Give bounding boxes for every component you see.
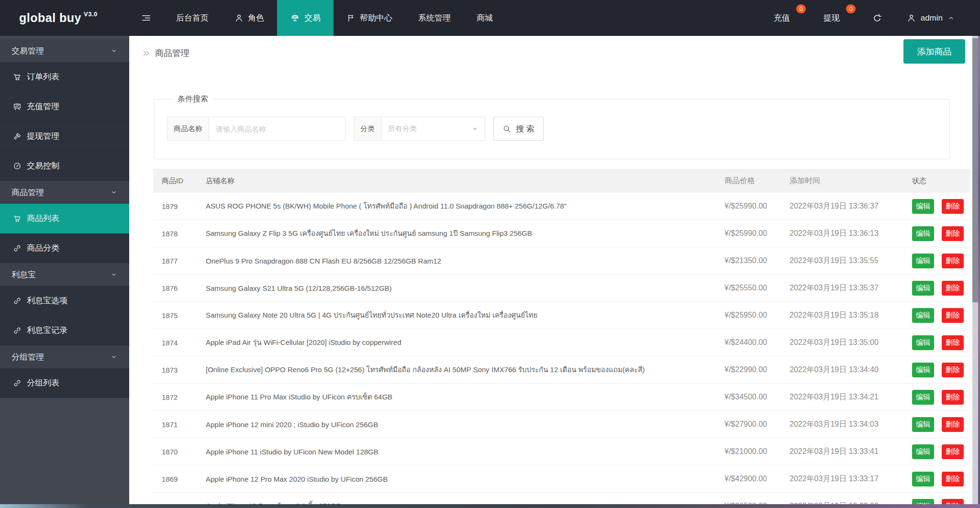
recharge-button[interactable]: 充值 0 [761, 0, 803, 36]
sidebar-menu: 交易管理订单列表充值管理提现管理交易控制商品管理商品列表商品分类利息宝利息宝选项… [0, 36, 129, 398]
delete-button[interactable]: 删除 [942, 363, 964, 377]
nav-item-mall[interactable]: 商城 [464, 0, 506, 36]
sidebar-item-label: 充值管理 [27, 101, 59, 112]
refresh-button[interactable] [860, 0, 894, 36]
chevron-down-icon [110, 188, 118, 196]
menu-icon [141, 12, 152, 23]
sidebar-item[interactable]: 利息宝选项 [0, 286, 129, 316]
product-id-cell: 1869 [153, 475, 206, 483]
delete-button[interactable]: 删除 [942, 417, 964, 432]
delete-button[interactable]: 删除 [942, 444, 964, 459]
sidebar-item[interactable]: 订单列表 [0, 62, 129, 92]
added-time-cell: 2022年03月19日 13:33:41 [790, 447, 904, 457]
add-product-button[interactable]: 添加商品 [903, 39, 965, 64]
product-name-label: 商品名称 [167, 117, 209, 141]
shop-name-cell: Apple iPad Air รุ่น WiFi-Cellular [2020]… [206, 337, 724, 348]
edit-button[interactable]: 编辑 [912, 472, 934, 486]
breadcrumb-current: 商品管理 [155, 47, 189, 59]
sidebar-item[interactable]: 商品分类 [0, 233, 129, 263]
sidebar-group-header[interactable]: 分组管理 [0, 345, 129, 368]
gavel-icon [13, 132, 22, 141]
sidebar-item[interactable]: 商品列表 [0, 204, 129, 233]
cart-icon [13, 214, 22, 223]
delete-button[interactable]: 删除 [942, 472, 964, 486]
sidebar-item[interactable]: 分组列表 [0, 368, 129, 398]
shop-name-cell: ASUS ROG PHONE 5s (BK/WH) Mobile Phone (… [206, 200, 724, 212]
shop-name-cell: Apple iPhone 12 mini 2020 ; iStudio by U… [206, 420, 724, 429]
added-time-cell: 2022年03月19日 13:34:03 [790, 420, 904, 430]
sidebar-group-header[interactable]: 交易管理 [0, 39, 129, 62]
product-id-cell: 1878 [153, 230, 206, 238]
nav-item-label: 角色 [248, 12, 264, 23]
withdraw-button[interactable]: 提现 0 [811, 0, 853, 36]
added-time-cell: 2022年03月19日 13:35:55 [790, 256, 904, 266]
main-content: 商品管理 添加商品 条件搜索 商品名称 分类 所有分类 [129, 36, 972, 508]
col-header-status: 状态 [904, 177, 970, 186]
category-group: 分类 所有分类 [354, 117, 485, 141]
edit-button[interactable]: 编辑 [912, 390, 934, 405]
double-chevron-icon [142, 49, 151, 58]
delete-button[interactable]: 删除 [942, 308, 964, 323]
link-icon [13, 244, 22, 253]
row-actions: 编辑删除 [904, 472, 970, 486]
price-cell: ¥/$21350.00 [724, 256, 790, 265]
sidebar-item[interactable]: 充值管理 [0, 92, 129, 121]
user-menu[interactable]: admin [894, 0, 968, 36]
link-icon [13, 326, 22, 335]
edit-button[interactable]: 编辑 [912, 308, 934, 323]
col-header-shop-name: 店铺名称 [206, 177, 724, 186]
table-row: 1874Apple iPad Air รุ่น WiFi-Cellular [2… [153, 329, 970, 356]
edit-button[interactable]: 编辑 [912, 199, 934, 214]
product-name-input[interactable] [209, 117, 345, 141]
edit-button[interactable]: 编辑 [912, 281, 934, 296]
sidebar-item[interactable]: 提现管理 [0, 121, 129, 151]
cart-icon [13, 73, 22, 81]
price-cell: ¥/$21000.00 [724, 447, 790, 456]
scrollbar-track[interactable] [972, 36, 978, 504]
delete-button[interactable]: 删除 [942, 254, 964, 268]
scrollbar-thumb[interactable] [972, 38, 978, 302]
nav-item-help-center[interactable]: 帮助中心 [334, 0, 405, 36]
nav-item-system[interactable]: 系统管理 [405, 0, 464, 36]
link-icon [13, 379, 22, 387]
price-cell: ¥/$25990.00 [724, 229, 790, 238]
search-panel: 条件搜索 商品名称 分类 所有分类 搜 索 [154, 94, 950, 159]
delete-button[interactable]: 删除 [942, 335, 964, 350]
delete-button[interactable]: 删除 [942, 281, 964, 296]
nav-item-trade[interactable]: 交易 [277, 0, 334, 36]
edit-button[interactable]: 编辑 [912, 226, 934, 241]
sidebar-group-header[interactable]: 利息宝 [0, 263, 129, 286]
delete-button[interactable]: 删除 [942, 199, 964, 214]
edit-button[interactable]: 编辑 [912, 444, 934, 459]
row-actions: 编辑删除 [904, 226, 970, 241]
row-actions: 编辑删除 [904, 444, 970, 459]
product-id-cell: 1876 [153, 284, 206, 292]
table-row: 1877OnePlus 9 Pro Snapdragon 888 CN Flas… [153, 247, 970, 275]
delete-button[interactable]: 删除 [942, 390, 964, 405]
sidebar-item[interactable]: 利息宝记录 [0, 316, 129, 345]
delete-button[interactable]: 删除 [942, 226, 964, 241]
edit-button[interactable]: 编辑 [912, 254, 934, 268]
edit-button[interactable]: 编辑 [912, 335, 934, 350]
sidebar-item[interactable]: 交易控制 [0, 151, 129, 181]
sidebar-item-label: 商品列表 [27, 213, 59, 224]
row-actions: 编辑删除 [904, 390, 970, 405]
search-button[interactable]: 搜 索 [493, 117, 544, 141]
sidebar: 交易管理订单列表充值管理提现管理交易控制商品管理商品列表商品分类利息宝利息宝选项… [0, 36, 129, 508]
shop-name-cell: Apple iPhone 11 iStudio by UFicon New Mo… [206, 448, 724, 456]
sidebar-group-label: 商品管理 [11, 187, 44, 198]
sidebar-item-label: 商品分类 [27, 243, 59, 254]
nav-item-roles[interactable]: 角色 [222, 0, 277, 36]
sidebar-group-header[interactable]: 商品管理 [0, 181, 129, 204]
category-select[interactable]: 所有分类 [381, 117, 485, 141]
edit-button[interactable]: 编辑 [912, 363, 934, 377]
edit-button[interactable]: 编辑 [912, 417, 934, 432]
menu-toggle-button[interactable] [129, 0, 163, 36]
chevron-down-icon [110, 47, 118, 55]
sidebar-item-label: 利息宝记录 [27, 325, 67, 336]
nav-item-label: 系统管理 [418, 12, 451, 23]
nav-item-dashboard[interactable]: 后台首页 [163, 0, 222, 36]
shop-name-cell: [Online Exclusive] OPPO Reno6 Pro 5G (12… [206, 364, 724, 375]
search-panel-legend: 条件搜索 [173, 94, 213, 104]
chevron-down-icon [110, 271, 118, 278]
